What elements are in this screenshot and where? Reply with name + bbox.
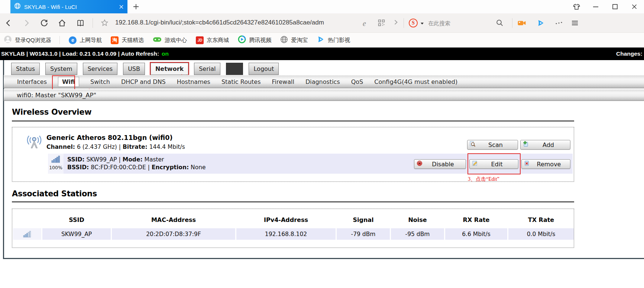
bookmark-star-icon[interactable] [101,19,109,27]
close-button[interactable] [625,0,644,13]
tab-status[interactable]: Status [11,63,40,75]
luci-page: Status System Services USB Network Seria… [0,60,644,288]
cell-mac: 20:2D:07:D8:37:9F [112,228,235,240]
bookmark-jd[interactable]: JD 京东商城 [196,36,229,44]
browser-tab-active[interactable]: SKYLAB - Wifi - LuCI [10,0,127,13]
wifi-device-bar: wifi0: Master "SKW99_AP" [4,89,644,101]
e-navigation-icon: e [69,36,77,44]
sogou-search-icon[interactable]: S [409,19,418,27]
video-camera-icon[interactable] [517,19,526,27]
tab-title: SKYLAB - Wifi - LuCI [24,4,119,10]
subtab-switch[interactable]: Switch [90,78,110,85]
cell-rx: 6.6 Mbit/s [445,228,507,240]
tencent-video-icon [238,35,246,45]
back-button[interactable] [4,19,13,27]
home-button[interactable] [58,19,66,27]
subtab-config4g[interactable]: Config4G(4G must enabled) [374,78,457,85]
subtab-interfaces[interactable]: Interfaces [17,78,47,85]
subtab-hostnames[interactable]: Hostnames [177,78,210,85]
globe-icon [280,36,288,45]
forward-button[interactable] [22,19,30,27]
bookmark-tmall[interactable]: 淘 天猫精选 [111,36,144,44]
menu-icon[interactable] [571,19,579,27]
bookmark-nav[interactable]: e 上网导航 [69,36,102,44]
more-options-icon[interactable] [554,19,563,27]
signal-strength-icon [51,156,60,163]
ie-mode-icon[interactable]: e [363,20,366,27]
bookmark-login-qq[interactable]: 登录QQ浏览器 [4,35,51,45]
remove-button[interactable]: Remove [521,159,570,169]
sub-tab-bar: Interfaces Wifi Switch DHCP and DNS Host… [4,75,644,88]
subtab-firewall[interactable]: Firewall [272,78,294,85]
auto-refresh-value: on [162,50,169,57]
user-avatar-icon [4,35,12,45]
cell-signal: -79 dBm [337,228,390,240]
tab-close-icon[interactable] [119,4,124,9]
signal-cell: 100% [48,154,64,174]
reload-button[interactable] [40,19,48,27]
browser-window: SKYLAB - Wifi - LuCI [0,0,644,288]
maximize-button[interactable] [605,0,625,13]
tab-logout[interactable]: Logout [249,63,279,75]
address-bar-url[interactable]: 192.168.8.1/cgi-bin/luci/;stok=cb4c661d5… [115,19,363,26]
header-mac: MAC-Address [112,215,235,225]
reading-list-icon[interactable] [76,19,85,27]
header-icon-col [13,215,41,225]
tab-network[interactable]: Network [151,63,188,75]
extensions-chevron-icon[interactable] [392,19,399,26]
bookmark-aitaobao[interactable]: 爱淘宝 [280,36,308,45]
station-signal-icon [13,228,41,240]
jd-icon: JD [196,36,204,44]
stations-header-row: SSID MAC-Address IPv4-Address Signal Noi… [13,215,574,225]
search-input[interactable]: 在此搜索 [428,20,450,27]
scan-button[interactable]: Scan [467,140,518,150]
subtab-static-routes[interactable]: Static Routes [221,78,261,85]
add-icon [523,141,529,148]
play-apps-icon[interactable] [537,19,545,27]
new-tab-button[interactable] [131,2,141,12]
header-signal: Signal [337,215,390,225]
header-ssid: SSID [42,215,111,225]
header-ipv4: IPv4-Address [236,215,336,225]
subtab-qos[interactable]: QoS [351,78,363,85]
tab-spacer [226,63,243,75]
add-button[interactable]: Add [520,140,570,150]
remove-icon [524,160,530,168]
subtab-dhcp-dns[interactable]: DHCP and DNS [121,78,166,85]
heading-rule [12,121,574,121]
browser-toolbar: 192.168.8.1/cgi-bin/luci/;stok=cb4c661d5… [0,13,644,33]
subtab-diagnostics[interactable]: Diagnostics [305,78,340,85]
cell-ipv4: 192.168.8.102 [236,228,336,240]
hot-movies-play-icon [317,35,325,45]
tab-usb[interactable]: USB [123,63,145,75]
search-engine-dropdown-icon[interactable] [421,23,424,24]
search-icon[interactable] [496,19,504,27]
bookmark-games[interactable]: 游戏中心 [153,36,187,44]
minimize-button[interactable] [586,0,605,13]
changes-link[interactable]: Changes: 0 [616,50,644,57]
bookmark-hot-movies[interactable]: 热门影视 [317,35,350,45]
edit-icon [472,160,478,168]
tab-system[interactable]: System [45,63,77,75]
wifi-device-line: wifi0: Master "SKW99_AP" [17,92,96,99]
wifi-device-info: Channel: 6 (2.437 GHz) | Bitrate: 144.4 … [46,144,185,150]
radio-antenna-icon [26,132,43,151]
tab-services[interactable]: Services [83,63,117,75]
tab-serial[interactable]: Serial [194,63,220,75]
globe-favicon [14,3,21,11]
page-bottom-border [3,258,644,259]
bookmarks-bar: 登录QQ浏览器 e 上网导航 淘 天猫精选 游戏中心 JD 京东商城 [0,33,644,48]
skin-icon[interactable] [567,0,586,13]
edit-button[interactable]: Edit [469,159,518,169]
subtab-wifi[interactable]: Wifi [58,77,79,87]
cell-tx: 0.0 Mbit/s [508,228,574,240]
disable-button[interactable]: Disable [414,159,466,169]
toolbar-separator [404,18,404,28]
heading-rule [12,202,574,202]
bookmark-tencent-video[interactable]: 腾讯视频 [238,35,271,45]
header-noise: Noise [391,215,444,225]
qr-code-icon[interactable] [378,19,385,27]
main-tab-bar: Status System Services USB Network Seria… [11,62,279,75]
wifi-network-info: SSID: SKW99_AP | Mode: Master BSSID: 8C:… [67,156,206,171]
taobao-icon: 淘 [111,36,119,44]
